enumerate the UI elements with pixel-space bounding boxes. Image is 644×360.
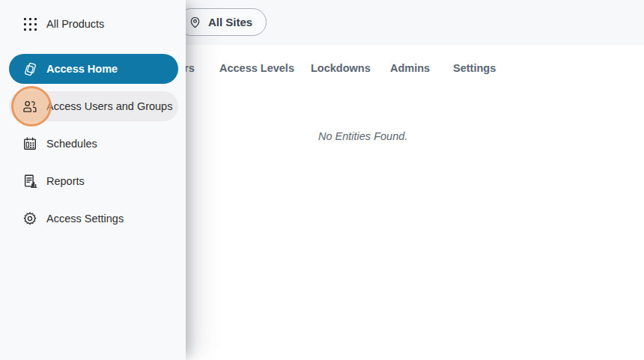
grid-icon bbox=[22, 16, 37, 31]
gear-icon bbox=[22, 211, 37, 226]
sidebar-item-schedules[interactable]: Schedules bbox=[9, 129, 178, 159]
all-sites-label: All Sites bbox=[208, 16, 252, 28]
sidebar-item-access-home[interactable]: Access Home bbox=[9, 54, 178, 84]
sidebar-item-label: Reports bbox=[46, 175, 85, 187]
calendar-icon bbox=[22, 136, 37, 151]
users-icon bbox=[22, 99, 37, 114]
sidebar-item-access-users-and-groups[interactable]: Access Users and Groups bbox=[9, 91, 178, 121]
sidebar: All Products Access Home Access Users an… bbox=[0, 0, 186, 360]
tab-settings[interactable]: Settings bbox=[453, 62, 496, 74]
tab-admins[interactable]: Admins bbox=[390, 62, 430, 74]
sidebar-item-all-products[interactable]: All Products bbox=[9, 9, 178, 39]
sidebar-item-access-settings[interactable]: Access Settings bbox=[9, 204, 178, 234]
tab-lockdowns[interactable]: Lockdowns bbox=[311, 62, 371, 74]
sidebar-item-label: Access Settings bbox=[46, 213, 124, 225]
sidebar-item-reports[interactable]: Reports bbox=[9, 166, 178, 196]
sidebar-item-label: Schedules bbox=[46, 138, 97, 150]
empty-state-message: No Entities Found. bbox=[318, 130, 407, 142]
report-icon bbox=[22, 174, 37, 189]
tab-partial[interactable]: rs bbox=[184, 62, 195, 74]
sidebar-item-label: All Products bbox=[46, 18, 104, 30]
sidebar-item-label: Access Users and Groups bbox=[46, 100, 172, 112]
location-pin-icon bbox=[188, 15, 202, 29]
cards-icon bbox=[22, 61, 37, 76]
tab-access-levels[interactable]: Access Levels bbox=[219, 62, 294, 74]
sidebar-item-label: Access Home bbox=[46, 63, 118, 75]
all-sites-button[interactable]: All Sites bbox=[177, 8, 267, 36]
